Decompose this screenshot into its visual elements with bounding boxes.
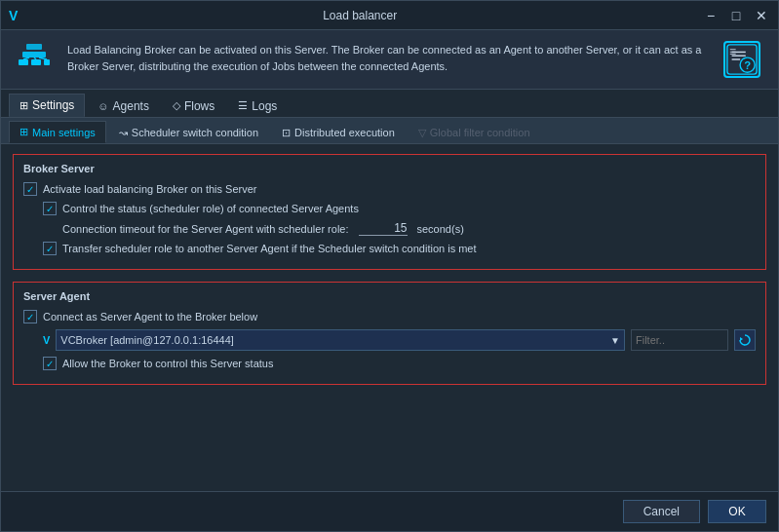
- allow-control-checkbox[interactable]: [43, 357, 57, 370]
- transfer-role-row: Transfer scheduler role to another Serve…: [23, 242, 756, 255]
- top-tabs: ⊞ Settings ☺ Agents ◇ Flows ☰ Logs: [1, 90, 778, 118]
- subtab-main-settings[interactable]: ⊞ Main settings: [9, 121, 106, 143]
- filter-input[interactable]: [631, 329, 728, 351]
- tab-flows[interactable]: ◇ Flows: [162, 94, 225, 117]
- logs-tab-icon: ☰: [238, 99, 248, 112]
- filter-refresh-button[interactable]: [734, 329, 756, 351]
- control-status-label: Control the status (scheduler role) of c…: [62, 203, 359, 214]
- activate-broker-row: Activate load balancing Broker on this S…: [23, 182, 756, 196]
- maximize-button[interactable]: □: [727, 7, 745, 24]
- timeout-value: 15: [359, 221, 408, 236]
- activate-broker-label: Activate load balancing Broker on this S…: [43, 183, 257, 195]
- refresh-icon: [738, 333, 752, 347]
- subtab-scheduler-switch[interactable]: ↝ Scheduler switch condition: [108, 121, 269, 143]
- connect-agent-row: Connect as Server Agent to the Broker be…: [23, 310, 756, 323]
- control-status-row: Control the status (scheduler role) of c…: [23, 202, 756, 215]
- svg-line-5: [23, 57, 29, 59]
- broker-dropdown[interactable]: VCBroker [admin@127.0.0.1:16444] ▼: [56, 329, 625, 351]
- subtab-distributed[interactable]: ⊡ Distributed execution: [271, 121, 406, 143]
- timeout-unit: second(s): [417, 223, 464, 235]
- footer: Cancel OK: [1, 491, 778, 531]
- window-title: Load balancer: [18, 9, 702, 22]
- broker-server-title: Broker Server: [23, 163, 756, 174]
- svg-rect-0: [26, 44, 42, 50]
- activate-broker-checkbox[interactable]: [23, 182, 37, 196]
- subtab-global-filter-label: Global filter condition: [430, 127, 530, 138]
- broker-dropdown-row: V VCBroker [admin@127.0.0.1:16444] ▼: [23, 329, 756, 351]
- tab-agents-label: Agents: [113, 99, 149, 113]
- control-status-checkbox[interactable]: [43, 202, 57, 215]
- svg-line-7: [39, 57, 47, 59]
- svg-marker-14: [740, 337, 743, 341]
- subtab-main-settings-label: Main settings: [32, 127, 96, 138]
- tab-logs[interactable]: ☰ Logs: [227, 94, 288, 117]
- allow-control-label: Allow the Broker to control this Server …: [62, 358, 273, 369]
- ok-button[interactable]: OK: [708, 500, 766, 523]
- subtab-global-filter: ▽ Global filter condition: [408, 121, 541, 143]
- help-icon[interactable]: ?: [723, 41, 760, 78]
- server-agent-section: Server Agent Connect as Server Agent to …: [13, 282, 766, 385]
- broker-icon: [13, 38, 56, 81]
- sub-tabs: ⊞ Main settings ↝ Scheduler switch condi…: [1, 118, 778, 144]
- close-button[interactable]: ✕: [753, 7, 770, 24]
- svg-rect-2: [19, 59, 28, 65]
- timeout-label: Connection timeout for the Server Agent …: [62, 223, 349, 235]
- main-window: V Load balancer − □ ✕ Load Balancing Bro…: [0, 0, 779, 532]
- subtab-distributed-label: Distributed execution: [294, 127, 395, 138]
- content-area: Broker Server Activate load balancing Br…: [1, 144, 778, 491]
- transfer-role-checkbox[interactable]: [43, 242, 57, 255]
- svg-rect-4: [44, 59, 50, 65]
- help-icon-box: ?: [718, 38, 766, 81]
- svg-text:?: ?: [744, 59, 751, 71]
- info-description: Load Balancing Broker can be activated o…: [67, 38, 706, 74]
- main-settings-icon: ⊞: [19, 126, 28, 138]
- settings-tab-icon: ⊞: [19, 99, 28, 112]
- broker-server-section: Broker Server Activate load balancing Br…: [13, 154, 766, 270]
- allow-control-row: Allow the Broker to control this Server …: [23, 357, 756, 370]
- broker-entry-text: VCBroker [admin@127.0.0.1:16444]: [60, 334, 234, 346]
- svg-rect-3: [31, 59, 41, 65]
- connect-agent-checkbox[interactable]: [23, 310, 37, 323]
- server-agent-title: Server Agent: [23, 290, 756, 302]
- global-filter-icon: ▽: [418, 127, 426, 139]
- tab-flows-label: Flows: [184, 99, 214, 113]
- tab-agents[interactable]: ☺ Agents: [87, 94, 160, 117]
- transfer-role-label: Transfer scheduler role to another Serve…: [62, 243, 477, 254]
- svg-rect-1: [22, 52, 46, 57]
- vc-logo-icon: V: [43, 334, 50, 346]
- window-controls: − □ ✕: [702, 7, 770, 24]
- connect-agent-label: Connect as Server Agent to the Broker be…: [43, 311, 257, 323]
- tab-logs-label: Logs: [252, 99, 277, 113]
- tab-settings[interactable]: ⊞ Settings: [9, 94, 85, 117]
- agents-tab-icon: ☺: [97, 100, 108, 112]
- timeout-row: Connection timeout for the Server Agent …: [23, 221, 756, 236]
- tab-settings-label: Settings: [32, 98, 74, 112]
- scheduler-switch-icon: ↝: [119, 127, 128, 139]
- titlebar: V Load balancer − □ ✕: [1, 1, 778, 30]
- subtab-scheduler-label: Scheduler switch condition: [132, 127, 258, 138]
- svg-line-6: [34, 57, 36, 59]
- info-banner: Load Balancing Broker can be activated o…: [1, 30, 778, 90]
- cancel-button[interactable]: Cancel: [623, 500, 700, 523]
- distributed-icon: ⊡: [282, 127, 291, 139]
- dropdown-arrow-icon: ▼: [610, 335, 620, 346]
- minimize-button[interactable]: −: [702, 7, 720, 24]
- flows-tab-icon: ◇: [173, 99, 180, 112]
- app-logo: V: [9, 8, 18, 23]
